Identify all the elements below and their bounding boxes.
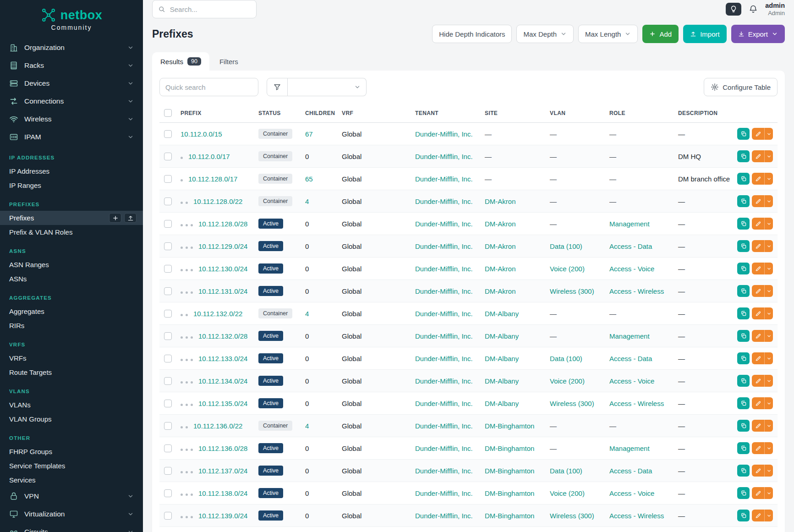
edit-button[interactable] — [752, 173, 764, 185]
clone-button[interactable] — [737, 330, 750, 342]
edit-dropdown-button[interactable] — [764, 375, 773, 387]
row-checkbox[interactable] — [164, 265, 172, 273]
tenant-link[interactable]: Dunder-Mifflin, Inc. — [415, 422, 473, 430]
tenant-link[interactable]: Dunder-Mifflin, Inc. — [415, 512, 473, 520]
tenant-link[interactable]: Dunder-Mifflin, Inc. — [415, 242, 473, 250]
clone-button[interactable] — [737, 352, 750, 364]
sidebar-item-asns[interactable]: ASNs — [0, 272, 143, 286]
row-checkbox[interactable] — [164, 377, 172, 385]
prefix-link[interactable]: 10.112.134.0/24 — [198, 377, 247, 385]
clone-button[interactable] — [737, 173, 750, 185]
edit-button[interactable] — [752, 307, 764, 319]
prefix-link[interactable]: 10.112.136.0/22 — [193, 422, 242, 430]
edit-button[interactable] — [752, 397, 764, 409]
role-link[interactable]: Access - Voice — [609, 265, 654, 273]
column-header-vrf[interactable]: VRF — [337, 104, 411, 123]
row-checkbox[interactable] — [164, 355, 172, 362]
tenant-link[interactable]: Dunder-Mifflin, Inc. — [415, 310, 473, 318]
role-link[interactable]: Access - Wireless — [609, 287, 664, 295]
tenant-link[interactable]: Dunder-Mifflin, Inc. — [415, 153, 473, 160]
edit-dropdown-button[interactable] — [764, 397, 773, 409]
prefix-link[interactable]: 10.112.131.0/24 — [198, 287, 247, 295]
site-link[interactable]: DM-Albany — [485, 400, 519, 407]
tab-results[interactable]: Results 90 — [152, 52, 209, 71]
edit-button[interactable] — [752, 195, 764, 207]
hide-depth-indicators-button[interactable]: Hide Depth Indicators — [432, 25, 512, 43]
site-link[interactable]: DM-Albany — [485, 310, 519, 318]
vlan-link[interactable]: Data (100) — [550, 242, 582, 250]
edit-button[interactable] — [752, 420, 764, 432]
site-link[interactable]: DM-Albany — [485, 332, 519, 340]
edit-dropdown-button[interactable] — [764, 465, 773, 477]
edit-button[interactable] — [752, 352, 764, 364]
sidebar-quick-import-button[interactable] — [124, 213, 137, 223]
children-count-link[interactable]: 65 — [305, 175, 313, 183]
site-link[interactable]: DM-Binghamton — [485, 467, 534, 475]
export-button[interactable]: Export — [731, 25, 785, 43]
column-header-tenant[interactable]: TENANT — [411, 104, 480, 123]
column-header-children[interactable]: CHILDREN — [301, 104, 337, 123]
prefix-link[interactable]: 10.112.0.0/15 — [181, 130, 222, 138]
row-checkbox[interactable] — [164, 153, 172, 160]
sidebar-item-asn-ranges[interactable]: ASN Ranges — [0, 258, 143, 272]
clone-button[interactable] — [737, 218, 750, 230]
sidebar-item-prefix-vlan-roles[interactable]: Prefix & VLAN Roles — [0, 225, 143, 239]
children-count-link[interactable]: 4 — [305, 422, 309, 430]
tenant-link[interactable]: Dunder-Mifflin, Inc. — [415, 265, 473, 273]
edit-button[interactable] — [752, 442, 764, 454]
edit-button[interactable] — [752, 218, 764, 230]
tenant-link[interactable]: Dunder-Mifflin, Inc. — [415, 287, 473, 295]
sidebar-item-vlans[interactable]: VLANs — [0, 398, 143, 412]
sidebar-item-vlan-groups[interactable]: VLAN Groups — [0, 412, 143, 426]
sidebar-item-prefixes[interactable]: Prefixes — [0, 211, 143, 225]
children-count-link[interactable]: 67 — [305, 130, 313, 138]
prefix-link[interactable]: 10.112.129.0/24 — [198, 242, 247, 250]
user-menu[interactable]: admin Admin — [765, 2, 785, 17]
edit-dropdown-button[interactable] — [764, 173, 773, 185]
edit-dropdown-button[interactable] — [764, 285, 773, 297]
prefix-link[interactable]: 10.112.128.0/28 — [198, 220, 247, 228]
edit-button[interactable] — [752, 375, 764, 387]
row-checkbox[interactable] — [164, 175, 172, 183]
prefix-link[interactable]: 10.112.0.0/17 — [188, 153, 230, 160]
site-link[interactable]: DM-Akron — [485, 265, 516, 273]
import-button[interactable]: Import — [683, 25, 727, 43]
vlan-link[interactable]: Wireless (300) — [550, 400, 594, 407]
clone-button[interactable] — [737, 465, 750, 477]
tenant-link[interactable]: Dunder-Mifflin, Inc. — [415, 220, 473, 228]
vlan-link[interactable]: Wireless (300) — [550, 287, 594, 295]
vlan-link[interactable]: Voice (200) — [550, 265, 585, 273]
sidebar-item-vpn[interactable]: VPN — [0, 487, 143, 505]
site-link[interactable]: DM-Akron — [485, 197, 516, 205]
vlan-link[interactable]: Data (100) — [550, 355, 582, 362]
column-header-vlan[interactable]: VLAN — [545, 104, 605, 123]
clone-button[interactable] — [737, 263, 750, 274]
edit-button[interactable] — [752, 487, 764, 499]
theme-toggle-button[interactable] — [726, 3, 741, 16]
clone-button[interactable] — [737, 487, 750, 499]
sidebar-item-vrfs[interactable]: VRFs — [0, 351, 143, 365]
clone-button[interactable] — [737, 128, 750, 140]
sidebar-item-virtualization[interactable]: Virtualization — [0, 505, 143, 523]
tenant-link[interactable]: Dunder-Mifflin, Inc. — [415, 489, 473, 497]
tenant-link[interactable]: Dunder-Mifflin, Inc. — [415, 444, 473, 452]
edit-dropdown-button[interactable] — [764, 218, 773, 230]
row-checkbox[interactable] — [164, 220, 172, 228]
sidebar-item-racks[interactable]: Racks — [0, 56, 143, 74]
site-link[interactable]: DM-Binghamton — [485, 444, 534, 452]
role-link[interactable]: Access - Voice — [609, 377, 654, 385]
sidebar-item-fhrp-groups[interactable]: FHRP Groups — [0, 444, 143, 459]
edit-button[interactable] — [752, 465, 764, 477]
sidebar-item-services[interactable]: Services — [0, 473, 143, 487]
clone-button[interactable] — [737, 442, 750, 454]
sidebar-item-devices[interactable]: Devices — [0, 74, 143, 92]
row-checkbox[interactable] — [164, 310, 172, 318]
vlan-link[interactable]: Wireless (300) — [550, 512, 594, 520]
sidebar-item-aggregates[interactable]: Aggregates — [0, 304, 143, 318]
role-link[interactable]: Access - Wireless — [609, 400, 664, 407]
prefix-link[interactable]: 10.112.130.0/24 — [198, 265, 247, 273]
clone-button[interactable] — [737, 285, 750, 297]
column-header-prefix[interactable]: PREFIX — [176, 104, 254, 123]
role-link[interactable]: Management — [609, 332, 650, 340]
clone-button[interactable] — [737, 150, 750, 162]
